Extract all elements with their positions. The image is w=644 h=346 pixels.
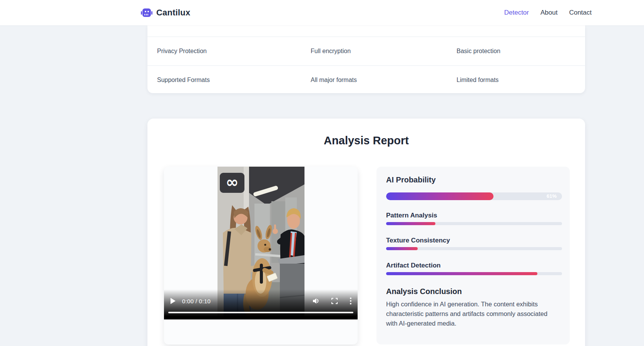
metric-label: Texture Consistency	[386, 237, 562, 244]
video-time: 0:00 / 0:10	[182, 298, 211, 304]
feature-label: Privacy Protection	[157, 48, 207, 55]
metric-texture-consistency: Texture Consistency	[386, 237, 562, 250]
table-row: Privacy Protection Full encryption Basic…	[147, 37, 585, 65]
volume-icon[interactable]	[312, 298, 320, 304]
table-row: Supported Formats All major formats Limi…	[147, 66, 585, 94]
nav-item-detector[interactable]: Detector	[504, 9, 529, 17]
conclusion-heading: Analysis Conclusion	[386, 287, 562, 296]
feature-label: Supported Formats	[157, 77, 210, 84]
metric-bar-fill	[386, 272, 537, 275]
conclusion-text: High confidence in AI generation. The co…	[386, 299, 555, 328]
metric-artifact-detection: Artifact Detection	[386, 262, 562, 275]
video-controls: 0:00 / 0:10	[164, 294, 358, 308]
brand-name: Cantilux	[156, 8, 190, 18]
app-header: Cantilux Detector About Contact	[0, 0, 644, 25]
metric-label: Pattern Analysis	[386, 212, 562, 219]
metric-bar-fill	[386, 247, 418, 250]
fullscreen-icon[interactable]	[331, 298, 338, 304]
more-options-icon[interactable]	[350, 298, 351, 304]
nav-item-contact[interactable]: Contact	[569, 9, 592, 17]
metric-pattern-analysis: Pattern Analysis	[386, 212, 562, 225]
metric-label: Artifact Detection	[386, 262, 562, 269]
svg-text:∞: ∞	[226, 173, 238, 191]
metric-bar-track	[386, 247, 562, 250]
metric-bar-fill	[386, 222, 435, 225]
page-title: Analysis Report	[147, 134, 585, 147]
probability-heading: AI Probability	[386, 176, 562, 184]
probability-bar-fill	[386, 192, 493, 200]
metrics-panel: AI Probability 61% Pattern Analysis Text…	[376, 167, 570, 344]
nav-item-about[interactable]: About	[540, 9, 557, 17]
feature-value-primary: Full encryption	[311, 48, 351, 55]
metric-bar-track	[386, 222, 562, 225]
brand-logo[interactable]: Cantilux	[141, 0, 190, 25]
feature-value-secondary: Limited formats	[457, 77, 498, 84]
comparison-clipped-row	[147, 25, 585, 37]
probability-value: 61%	[547, 192, 557, 200]
play-icon[interactable]	[171, 298, 176, 304]
probability-bar-track: 61%	[386, 192, 562, 200]
analysis-report-card: Analysis Report	[147, 119, 585, 346]
main-nav: Detector About Contact	[504, 0, 592, 25]
metric-bar-track	[386, 272, 562, 275]
video-progress-bar[interactable]	[168, 312, 353, 313]
robot-icon	[141, 8, 152, 18]
video-player[interactable]: ∞	[164, 167, 358, 319]
feature-value-secondary: Basic protection	[457, 48, 500, 55]
feature-value-primary: All major formats	[311, 77, 357, 84]
video-card: ∞	[164, 167, 358, 344]
comparison-table-card: Privacy Protection Full encryption Basic…	[147, 25, 585, 93]
